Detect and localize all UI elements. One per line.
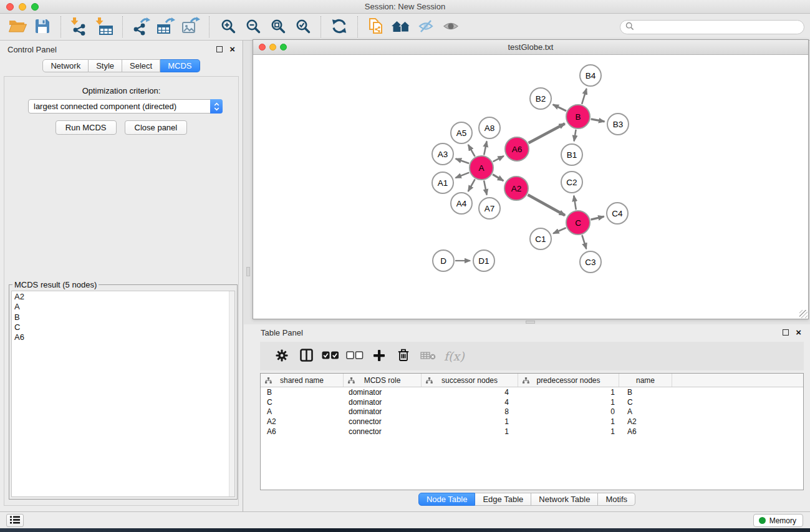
add-column-button[interactable] (367, 344, 391, 368)
table-cell[interactable]: A2 (261, 417, 344, 426)
memory-button[interactable]: Memory (753, 514, 803, 527)
close-window-button[interactable] (6, 3, 14, 11)
graph-node-C2[interactable]: C2 (561, 171, 583, 193)
horizontal-splitter-handle[interactable] (526, 321, 535, 324)
graph-edge-A6-B[interactable] (529, 123, 565, 143)
mcds-result-list[interactable]: A2ABCA6 (11, 291, 235, 497)
table-cell[interactable]: dominator (344, 388, 422, 397)
table-cell[interactable]: C (619, 398, 672, 407)
tab-network-table[interactable]: Network Table (531, 493, 598, 506)
tab-motifs[interactable]: Motifs (598, 493, 635, 506)
table-row[interactable]: Adominator80A (261, 407, 803, 417)
vertical-splitter-handle[interactable] (246, 267, 250, 276)
table-cell[interactable]: C (261, 398, 344, 407)
tab-node-table[interactable]: Node Table (418, 493, 476, 506)
graph-edge-B-B4[interactable] (582, 89, 587, 104)
mcds-result-item[interactable]: A6 (12, 332, 234, 342)
graph-node-C[interactable]: C (566, 210, 591, 235)
delete-columns-button[interactable] (392, 344, 415, 368)
close-panel-button[interactable]: Close panel (125, 120, 188, 135)
graph-edge-C-C2[interactable] (574, 196, 576, 210)
open-session-button[interactable] (6, 16, 29, 38)
mcds-result-item[interactable]: A (12, 302, 234, 312)
close-panel-icon[interactable]: × (229, 46, 235, 52)
graph-node-A4[interactable]: A4 (450, 192, 473, 215)
table-cell[interactable]: 1 (518, 398, 619, 407)
table-cell[interactable]: 1 (422, 417, 518, 426)
graph-edge-A-A8[interactable] (484, 142, 486, 155)
graph-node-A5[interactable]: A5 (450, 122, 473, 144)
table-cell[interactable]: 0 (518, 407, 619, 416)
graph-edge-B-B2[interactable] (553, 105, 566, 111)
graph-node-B[interactable]: B (566, 104, 591, 129)
table-row[interactable]: Bdominator41B (261, 387, 803, 397)
graph-node-C1[interactable]: C1 (529, 228, 552, 250)
graph-node-A1[interactable]: A1 (432, 172, 454, 194)
zoom-window-button[interactable] (31, 3, 39, 11)
table-cell[interactable]: A (619, 407, 672, 416)
result-scrollbar[interactable] (229, 291, 234, 496)
table-cell[interactable]: B (261, 388, 344, 397)
graph-edge-B-B3[interactable] (591, 119, 605, 122)
select-all-button[interactable] (319, 344, 342, 368)
graph-node-A7[interactable]: A7 (478, 197, 501, 220)
graph-node-B4[interactable]: B4 (579, 64, 602, 87)
tab-edge-table[interactable]: Edge Table (475, 493, 531, 506)
graph-node-A8[interactable]: A8 (478, 117, 501, 139)
table-cell[interactable]: A6 (261, 427, 344, 436)
show-toggle-button[interactable] (440, 16, 462, 38)
table-cell[interactable]: 4 (422, 398, 518, 407)
home-views-button[interactable] (390, 16, 412, 38)
graph-edge-A-A6[interactable] (493, 156, 504, 162)
graph-edge-C-C4[interactable] (591, 216, 604, 220)
import-network-button[interactable] (68, 16, 90, 38)
toggle-panel-columns-button[interactable] (294, 344, 318, 368)
table-cell[interactable]: dominator (344, 407, 422, 416)
table-settings-button[interactable] (270, 344, 294, 368)
table-cell[interactable]: dominator (344, 398, 422, 407)
graph-node-A6[interactable]: A6 (504, 137, 529, 162)
minimize-window-button[interactable] (19, 3, 26, 11)
minimize-network-window-button[interactable] (269, 44, 276, 51)
zoom-selected-button[interactable] (291, 16, 314, 38)
hide-toggle-button[interactable] (415, 16, 437, 38)
graph-node-C4[interactable]: C4 (606, 202, 629, 225)
graph-edge-C-C1[interactable] (553, 228, 566, 233)
graph-edge-A-A7[interactable] (484, 181, 487, 195)
search-input[interactable] (637, 23, 799, 32)
table-cell[interactable]: connector (344, 427, 422, 436)
column-header-shared-name[interactable]: shared name (261, 374, 344, 387)
graph-node-A3[interactable]: A3 (432, 143, 454, 165)
table-row[interactable]: A6connector11A6 (261, 427, 803, 437)
float-table-panel-icon[interactable] (783, 329, 789, 336)
table-cell[interactable]: connector (344, 417, 422, 426)
graph-node-B3[interactable]: B3 (607, 113, 629, 135)
table-row[interactable]: Cdominator41C (261, 397, 803, 407)
export-table-button[interactable] (155, 16, 177, 38)
save-session-button[interactable] (31, 16, 54, 38)
graph-node-B1[interactable]: B1 (561, 143, 583, 166)
export-network-button[interactable] (130, 16, 152, 38)
graph-node-C3[interactable]: C3 (579, 251, 602, 273)
table-cell[interactable]: A6 (619, 427, 672, 436)
tab-network[interactable]: Network (42, 59, 89, 72)
refresh-view-button[interactable] (328, 16, 350, 38)
new-network-from-selection-button[interactable] (365, 16, 387, 38)
graph-node-D1[interactable]: D1 (473, 249, 495, 272)
graph-edge-A-A1[interactable] (456, 173, 470, 178)
table-cell[interactable]: A2 (619, 417, 672, 426)
task-history-button[interactable] (6, 514, 24, 527)
column-header-mcds-role[interactable]: MCDS role (344, 374, 422, 387)
graph-node-A[interactable]: A (469, 155, 494, 180)
network-canvas[interactable]: B4B2BB3B1A5A8A6A3AA1C2A4A7A2C4C1CC3DD1 (253, 55, 808, 319)
criterion-dropdown[interactable]: largest connected component (directed) (28, 99, 223, 114)
close-table-panel-icon[interactable]: × (796, 329, 801, 336)
table-cell[interactable]: 4 (422, 388, 518, 397)
table-cell[interactable]: 1 (518, 388, 619, 397)
zoom-fit-button[interactable] (266, 16, 289, 38)
zoom-out-button[interactable] (241, 16, 264, 38)
graph-node-B2[interactable]: B2 (529, 87, 552, 110)
table-cell[interactable]: A (261, 407, 344, 416)
column-header-predecessor-nodes[interactable]: predecessor nodes (518, 374, 619, 387)
network-window-titlebar[interactable]: testGlobe.txt (253, 40, 808, 55)
